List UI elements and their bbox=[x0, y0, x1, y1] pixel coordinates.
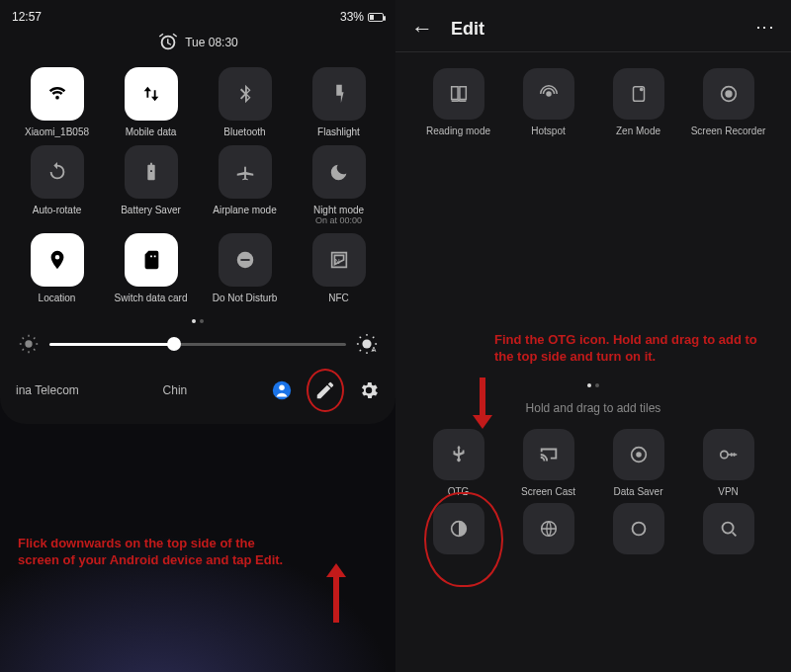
qs-tile-wifi[interactable]: Xiaomi_1B058 bbox=[12, 67, 102, 137]
status-bar: 12:57 33% bbox=[12, 8, 384, 26]
settings-icon[interactable] bbox=[358, 379, 380, 401]
svg-point-19 bbox=[722, 523, 733, 534]
alarm-row[interactable]: Tue 08:30 bbox=[12, 32, 384, 53]
status-time: 12:57 bbox=[12, 10, 42, 24]
tile-globe[interactable] bbox=[505, 503, 591, 560]
otg-highlight-circle bbox=[424, 492, 503, 587]
qs-tile-bluetooth[interactable]: Bluetooth bbox=[200, 67, 290, 137]
nfc-icon: N bbox=[312, 233, 366, 287]
phone-left-quick-settings: 12:57 33% Tue 08:30 Xiaomi_1B058Mobile d… bbox=[0, 0, 396, 672]
svg-point-18 bbox=[632, 523, 645, 536]
svg-text:N: N bbox=[334, 257, 339, 266]
svg-point-14 bbox=[636, 452, 642, 458]
tile-disc[interactable]: Data Saver bbox=[595, 429, 681, 497]
svg-point-8 bbox=[546, 91, 552, 97]
svg-point-12 bbox=[725, 90, 732, 97]
search-icon bbox=[703, 503, 754, 554]
quick-tiles-grid: Xiaomi_1B058Mobile dataBluetoothFlashlig… bbox=[12, 67, 384, 303]
rotate-icon bbox=[31, 145, 84, 199]
tile-label: Auto-rotate bbox=[33, 205, 81, 215]
usb-icon bbox=[433, 429, 484, 480]
tile-hotspot[interactable]: Hotspot bbox=[505, 68, 591, 136]
qs-tile-moon[interactable]: Night modeOn at 00:00 bbox=[294, 145, 384, 225]
plane-icon bbox=[219, 145, 272, 199]
svg-point-10 bbox=[639, 88, 643, 92]
tile-label: Mobile data bbox=[126, 126, 177, 137]
tile-label: Zen Mode bbox=[616, 126, 660, 136]
qs-tile-flash[interactable]: Flashlight bbox=[294, 67, 384, 137]
tile-label: Switch data card bbox=[115, 293, 188, 303]
bluetooth-icon bbox=[219, 67, 272, 121]
tile-label: Screen Recorder bbox=[691, 126, 766, 136]
qs-tile-plane[interactable]: Airplane mode bbox=[200, 145, 290, 225]
tile-label: Location bbox=[39, 293, 76, 303]
available-tiles-grid: OTGScreen CastData SaverVPN bbox=[396, 423, 791, 497]
brightness-auto-icon[interactable]: A bbox=[356, 333, 378, 355]
wifi-icon bbox=[31, 67, 84, 121]
ring-icon bbox=[613, 503, 664, 554]
tile-label: Screen Cast bbox=[521, 486, 575, 497]
notification-shade: 12:57 33% Tue 08:30 Xiaomi_1B058Mobile d… bbox=[0, 0, 396, 424]
batt-icon bbox=[125, 145, 178, 199]
book-icon bbox=[433, 68, 484, 120]
arrow-down-annotation bbox=[473, 378, 492, 429]
phone-right-edit-tiles: ← Edit ⋮ Reading modeHotspotZen ModeScre… bbox=[396, 0, 791, 672]
active-tiles-grid: Reading modeHotspotZen ModeScreen Record… bbox=[396, 52, 791, 136]
drag-hint: Hold and drag to add tiles bbox=[396, 401, 791, 415]
svg-point-3 bbox=[25, 340, 32, 347]
arrow-up-annotation bbox=[326, 563, 346, 623]
qs-tile-batt[interactable]: Battery Saver bbox=[106, 145, 196, 225]
user-icon[interactable] bbox=[271, 379, 293, 401]
tile-key[interactable]: VPN bbox=[685, 429, 771, 497]
qs-tile-rotate[interactable]: Auto-rotate bbox=[12, 145, 102, 225]
tile-rec[interactable]: Screen Recorder bbox=[685, 68, 771, 136]
tile-label: NFC bbox=[328, 293, 349, 303]
tile-label: VPN bbox=[718, 486, 739, 497]
dnd-icon bbox=[219, 233, 272, 287]
battery-icon bbox=[368, 13, 384, 22]
cast-icon bbox=[523, 429, 574, 480]
overflow-icon[interactable]: ⋮ bbox=[754, 19, 776, 39]
tile-label: Battery Saver bbox=[121, 205, 181, 215]
tile-search[interactable] bbox=[685, 503, 771, 560]
qs-tile-nfc[interactable]: NNFC bbox=[294, 233, 384, 303]
tile-book[interactable]: Reading mode bbox=[415, 68, 501, 136]
qs-tile-pin[interactable]: Location bbox=[12, 233, 102, 303]
alarm-text: Tue 08:30 bbox=[185, 36, 238, 49]
sim-icon bbox=[125, 233, 178, 287]
disc-icon bbox=[613, 429, 664, 480]
svg-text:A: A bbox=[372, 345, 377, 354]
qs-tile-data[interactable]: Mobile data bbox=[106, 67, 196, 137]
rec-icon bbox=[703, 68, 754, 120]
brightness-slider[interactable] bbox=[49, 343, 346, 346]
tile-ring[interactable] bbox=[595, 503, 681, 560]
edit-button[interactable] bbox=[307, 369, 344, 412]
svg-point-7 bbox=[279, 385, 285, 391]
tile-label: Airplane mode bbox=[213, 205, 276, 215]
edit-title: Edit bbox=[451, 19, 738, 40]
instruction-right: Find the OTG icon. Hold and drag to add … bbox=[494, 332, 761, 366]
brightness-row: A bbox=[12, 333, 384, 355]
svg-point-4 bbox=[362, 339, 371, 348]
svg-point-15 bbox=[720, 451, 727, 458]
qs-tile-sim[interactable]: Switch data card bbox=[106, 233, 196, 303]
tile-label: Flashlight bbox=[317, 126, 360, 137]
qs-tile-dnd[interactable]: Do Not Disturb bbox=[200, 233, 290, 303]
tile-sublabel: On at 00:00 bbox=[315, 215, 362, 225]
tile-label: Data Saver bbox=[613, 486, 662, 497]
shade-footer: ina Telecom Chin bbox=[12, 369, 384, 414]
tile-label: Do Not Disturb bbox=[213, 293, 278, 303]
tile-cast[interactable]: Screen Cast bbox=[505, 429, 591, 497]
carrier-1: ina Telecom bbox=[16, 383, 79, 397]
tile-label: Reading mode bbox=[426, 126, 490, 136]
data-icon bbox=[125, 67, 178, 121]
tile-zen[interactable]: Zen Mode bbox=[595, 68, 681, 136]
globe-icon bbox=[523, 503, 574, 554]
page-indicator bbox=[396, 383, 791, 387]
tile-usb[interactable]: OTG bbox=[415, 429, 501, 497]
battery-percent: 33% bbox=[340, 10, 364, 24]
page-indicator bbox=[12, 319, 384, 323]
moon-icon bbox=[312, 145, 366, 199]
tile-label: Night mode bbox=[313, 205, 364, 215]
back-icon[interactable]: ← bbox=[411, 16, 433, 42]
